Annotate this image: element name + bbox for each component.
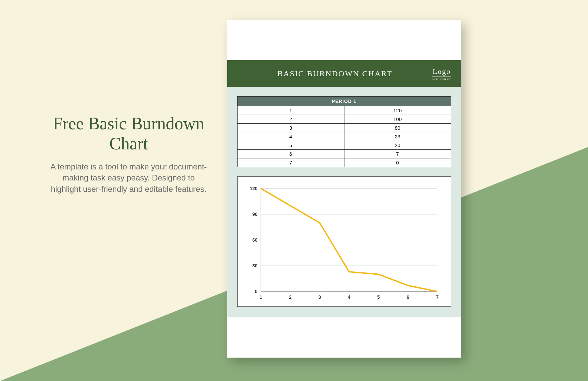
table-row: 67	[238, 150, 451, 158]
value-cell: 100	[344, 115, 451, 124]
document-banner: BASIC BURNDOWN CHART Logo Logo Company	[227, 60, 461, 87]
svg-text:1: 1	[260, 294, 262, 300]
period-cell: 1	[238, 106, 344, 115]
document-preview: BASIC BURNDOWN CHART Logo Logo Company P…	[227, 20, 461, 358]
table-row: 380	[238, 124, 451, 132]
table-row: 520	[238, 141, 451, 150]
logo-subtext: Logo Company	[432, 78, 451, 80]
promo-text-block: Free Basic Burndown Chart A template is …	[50, 114, 207, 195]
period-cell: 5	[238, 141, 344, 150]
value-cell: 23	[344, 132, 451, 141]
table-row: 70	[238, 158, 451, 167]
svg-text:60: 60	[252, 237, 258, 243]
svg-text:30: 30	[252, 263, 258, 268]
period-cell: 2	[238, 115, 344, 124]
burndown-chart: 03060901201234567	[237, 176, 451, 307]
value-cell: 0	[344, 158, 451, 167]
promo-title: Free Basic Burndown Chart	[50, 114, 207, 154]
table-header: PERIOD 1	[238, 97, 451, 106]
logo-text: Logo	[432, 67, 451, 77]
logo: Logo Logo Company	[432, 67, 451, 80]
svg-text:7: 7	[436, 294, 439, 300]
document-body: PERIOD 1 112021003804235206770 030609012…	[227, 87, 461, 317]
table-row: 1120	[238, 106, 451, 115]
table-row: 2100	[238, 115, 451, 124]
period-cell: 6	[238, 150, 344, 158]
period-cell: 7	[238, 158, 344, 167]
promo-description: A template is a tool to make your docume…	[50, 161, 207, 195]
svg-text:2: 2	[289, 294, 292, 300]
svg-text:4: 4	[348, 294, 350, 300]
data-table: PERIOD 1 112021003804235206770	[237, 96, 451, 167]
svg-text:3: 3	[318, 294, 321, 300]
value-cell: 80	[344, 124, 451, 132]
document-title: BASIC BURNDOWN CHART	[237, 69, 432, 78]
value-cell: 120	[344, 106, 451, 115]
value-cell: 7	[344, 150, 451, 158]
period-cell: 3	[238, 124, 344, 132]
svg-text:90: 90	[252, 212, 258, 217]
svg-text:120: 120	[250, 186, 258, 191]
table-row: 423	[238, 132, 451, 141]
period-cell: 4	[238, 132, 344, 141]
svg-text:6: 6	[407, 294, 409, 300]
svg-text:0: 0	[255, 289, 258, 294]
value-cell: 20	[344, 141, 451, 150]
svg-text:5: 5	[377, 294, 380, 300]
